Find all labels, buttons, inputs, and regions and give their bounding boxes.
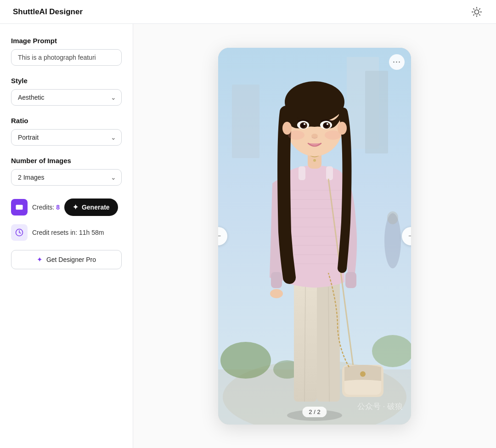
svg-point-18 bbox=[220, 342, 271, 379]
ellipsis-icon: ··· bbox=[393, 57, 401, 67]
image-panel: ··· bbox=[133, 24, 496, 448]
svg-line-3 bbox=[473, 8, 474, 9]
svg-rect-40 bbox=[271, 272, 282, 288]
header: ShuttleAI Designer bbox=[0, 0, 496, 24]
page-indicator: 2 / 2 bbox=[302, 407, 327, 417]
generate-sparkle-icon: ✦ bbox=[73, 203, 79, 211]
style-section: Style Aesthetic Realistic Anime Cartoon … bbox=[11, 77, 122, 106]
credits-icon-wrap bbox=[11, 199, 28, 215]
image-prompt-section: Image Prompt bbox=[11, 37, 122, 66]
image-prompt-input[interactable] bbox=[11, 49, 122, 66]
svg-point-56 bbox=[304, 123, 305, 125]
svg-point-57 bbox=[327, 123, 328, 125]
timer-row: Credit resets in: 11h 58m bbox=[11, 224, 122, 241]
svg-point-45 bbox=[360, 371, 366, 377]
sidebar: Image Prompt Style Aesthetic Realistic A… bbox=[0, 24, 133, 448]
image-prompt-label: Image Prompt bbox=[11, 37, 122, 45]
credits-label: Credits: bbox=[32, 204, 54, 211]
image-menu-button[interactable]: ··· bbox=[389, 54, 405, 70]
ratio-select-wrapper: Portrait Landscape Square ⌄ bbox=[11, 129, 122, 146]
ratio-label: Ratio bbox=[11, 117, 122, 125]
portrait-svg bbox=[218, 48, 411, 425]
pro-button-label: Get Designer Pro bbox=[46, 256, 96, 263]
settings-icon[interactable] bbox=[470, 6, 483, 18]
credits-generate-row: Credits: 8 ✦ Generate bbox=[11, 198, 122, 216]
pro-sparkle-icon: ✦ bbox=[37, 255, 43, 264]
svg-rect-29 bbox=[326, 166, 333, 180]
svg-rect-15 bbox=[232, 85, 259, 158]
page-indicator-text: 2 / 2 bbox=[309, 408, 320, 415]
app-title: ShuttleAI Designer bbox=[13, 7, 83, 17]
style-select[interactable]: Aesthetic Realistic Anime Cartoon Abstra… bbox=[11, 89, 122, 106]
generated-image bbox=[218, 48, 411, 425]
ratio-select[interactable]: Portrait Landscape Square bbox=[11, 129, 122, 146]
arrow-left-icon: ← bbox=[218, 231, 222, 241]
style-select-wrapper: Aesthetic Realistic Anime Cartoon Abstra… bbox=[11, 89, 122, 106]
timer-icon-wrap bbox=[11, 224, 28, 241]
svg-rect-28 bbox=[299, 166, 305, 180]
timer-text: Credit resets in: 11h 58m bbox=[32, 229, 104, 236]
image-viewer: ··· bbox=[218, 48, 411, 425]
generate-button[interactable]: ✦ Generate bbox=[64, 198, 118, 216]
num-images-label: Number of Images bbox=[11, 157, 122, 164]
num-images-section: Number of Images 1 Image 2 Images 3 Imag… bbox=[11, 157, 122, 186]
svg-point-62 bbox=[338, 122, 347, 135]
svg-rect-9 bbox=[16, 205, 23, 210]
style-label: Style bbox=[11, 77, 122, 85]
credits-count: 8 bbox=[56, 204, 60, 211]
ratio-section: Ratio Portrait Landscape Square ⌄ bbox=[11, 117, 122, 146]
svg-point-41 bbox=[270, 289, 283, 298]
arrow-right-icon: → bbox=[407, 231, 411, 241]
num-images-select[interactable]: 1 Image 2 Images 3 Images 4 Images bbox=[11, 169, 122, 186]
credits-text: Credits: 8 bbox=[32, 204, 60, 211]
svg-rect-14 bbox=[365, 71, 388, 153]
svg-point-64 bbox=[387, 211, 398, 224]
generate-button-label: Generate bbox=[82, 204, 110, 211]
num-images-select-wrapper: 1 Image 2 Images 3 Images 4 Images ⌄ bbox=[11, 169, 122, 186]
svg-line-8 bbox=[479, 8, 480, 9]
main-layout: Image Prompt Style Aesthetic Realistic A… bbox=[0, 24, 496, 448]
svg-rect-39 bbox=[345, 272, 356, 288]
svg-point-47 bbox=[313, 159, 316, 162]
clock-icon bbox=[15, 228, 23, 237]
svg-point-61 bbox=[282, 122, 292, 135]
credit-card-icon bbox=[15, 203, 23, 211]
svg-point-0 bbox=[474, 10, 479, 14]
svg-line-7 bbox=[473, 14, 474, 15]
get-designer-pro-button[interactable]: ✦ Get Designer Pro bbox=[11, 250, 122, 269]
svg-line-4 bbox=[479, 14, 480, 15]
